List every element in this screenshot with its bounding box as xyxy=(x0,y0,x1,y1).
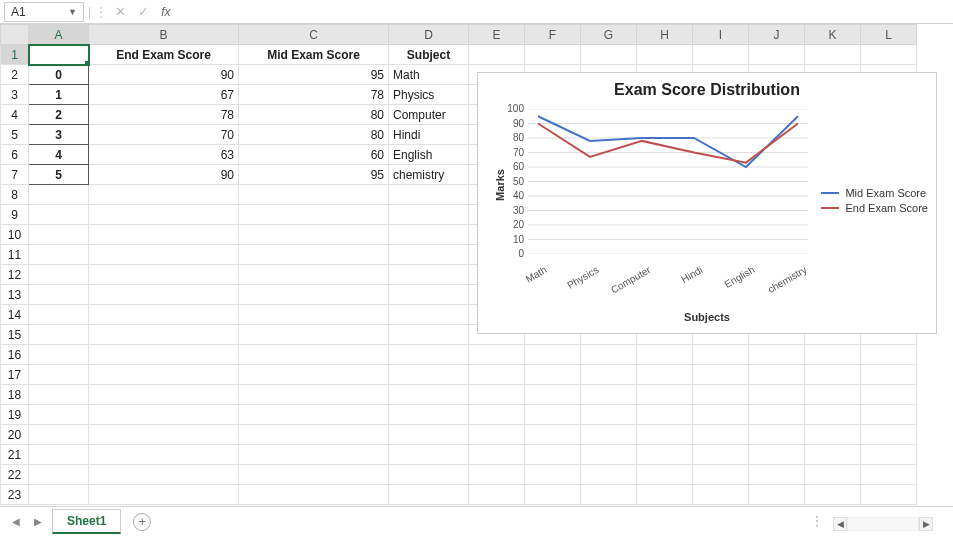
cell-E21[interactable] xyxy=(469,445,525,465)
cell-G18[interactable] xyxy=(581,385,637,405)
cell-L17[interactable] xyxy=(861,365,917,385)
cell-I23[interactable] xyxy=(693,485,749,505)
cell-J21[interactable] xyxy=(749,445,805,465)
cell-A14[interactable] xyxy=(29,305,89,325)
cell-C5[interactable]: 80 xyxy=(239,125,389,145)
name-box-dropdown-icon[interactable]: ▼ xyxy=(68,7,77,17)
cell-F19[interactable] xyxy=(525,405,581,425)
scroll-right-icon[interactable]: ▶ xyxy=(919,517,933,531)
row-header-8[interactable]: 8 xyxy=(1,185,29,205)
scroll-track[interactable] xyxy=(847,517,919,531)
cell-D2[interactable]: Math xyxy=(389,65,469,85)
name-box[interactable]: A1 ▼ xyxy=(4,2,84,22)
cell-B19[interactable] xyxy=(89,405,239,425)
cell-K22[interactable] xyxy=(805,465,861,485)
column-header-G[interactable]: G xyxy=(581,25,637,45)
cell-F20[interactable] xyxy=(525,425,581,445)
cell-K16[interactable] xyxy=(805,345,861,365)
cell-A20[interactable] xyxy=(29,425,89,445)
cell-C12[interactable] xyxy=(239,265,389,285)
cell-J1[interactable] xyxy=(749,45,805,65)
row-header-4[interactable]: 4 xyxy=(1,105,29,125)
cell-A2[interactable]: 0 xyxy=(29,65,89,85)
cell-B15[interactable] xyxy=(89,325,239,345)
cell-B9[interactable] xyxy=(89,205,239,225)
cell-J19[interactable] xyxy=(749,405,805,425)
column-header-E[interactable]: E xyxy=(469,25,525,45)
cell-A13[interactable] xyxy=(29,285,89,305)
cell-C4[interactable]: 80 xyxy=(239,105,389,125)
cell-A4[interactable]: 2 xyxy=(29,105,89,125)
cell-D22[interactable] xyxy=(389,465,469,485)
row-header-11[interactable]: 11 xyxy=(1,245,29,265)
row-header-14[interactable]: 14 xyxy=(1,305,29,325)
cell-G20[interactable] xyxy=(581,425,637,445)
cell-F17[interactable] xyxy=(525,365,581,385)
cell-D12[interactable] xyxy=(389,265,469,285)
tab-nav-right-icon[interactable]: ▶ xyxy=(30,516,46,527)
cell-E1[interactable] xyxy=(469,45,525,65)
cell-D1[interactable]: Subject xyxy=(389,45,469,65)
cell-B17[interactable] xyxy=(89,365,239,385)
cell-D21[interactable] xyxy=(389,445,469,465)
cell-L20[interactable] xyxy=(861,425,917,445)
cell-H16[interactable] xyxy=(637,345,693,365)
cell-J16[interactable] xyxy=(749,345,805,365)
cell-J17[interactable] xyxy=(749,365,805,385)
cell-C8[interactable] xyxy=(239,185,389,205)
select-all-corner[interactable] xyxy=(1,25,29,45)
cell-C19[interactable] xyxy=(239,405,389,425)
cell-A8[interactable] xyxy=(29,185,89,205)
add-sheet-button[interactable]: + xyxy=(133,513,151,531)
cell-C22[interactable] xyxy=(239,465,389,485)
cancel-icon[interactable]: ✕ xyxy=(111,4,130,19)
cell-B5[interactable]: 70 xyxy=(89,125,239,145)
cell-E23[interactable] xyxy=(469,485,525,505)
cell-A3[interactable]: 1 xyxy=(29,85,89,105)
row-header-16[interactable]: 16 xyxy=(1,345,29,365)
row-header-5[interactable]: 5 xyxy=(1,125,29,145)
cell-K20[interactable] xyxy=(805,425,861,445)
cell-I16[interactable] xyxy=(693,345,749,365)
cell-B11[interactable] xyxy=(89,245,239,265)
column-header-J[interactable]: J xyxy=(749,25,805,45)
cell-A17[interactable] xyxy=(29,365,89,385)
cell-A7[interactable]: 5 xyxy=(29,165,89,185)
cell-D16[interactable] xyxy=(389,345,469,365)
cell-G17[interactable] xyxy=(581,365,637,385)
cell-A10[interactable] xyxy=(29,225,89,245)
cell-D19[interactable] xyxy=(389,405,469,425)
horizontal-scrollbar[interactable]: ◀ ▶ xyxy=(833,517,933,531)
cell-L22[interactable] xyxy=(861,465,917,485)
cell-I1[interactable] xyxy=(693,45,749,65)
cell-L19[interactable] xyxy=(861,405,917,425)
row-header-2[interactable]: 2 xyxy=(1,65,29,85)
row-header-19[interactable]: 19 xyxy=(1,405,29,425)
cell-A19[interactable] xyxy=(29,405,89,425)
cell-H23[interactable] xyxy=(637,485,693,505)
cell-L21[interactable] xyxy=(861,445,917,465)
cell-D14[interactable] xyxy=(389,305,469,325)
cell-B22[interactable] xyxy=(89,465,239,485)
cell-C21[interactable] xyxy=(239,445,389,465)
cell-B3[interactable]: 67 xyxy=(89,85,239,105)
cell-B2[interactable]: 90 xyxy=(89,65,239,85)
cell-A23[interactable] xyxy=(29,485,89,505)
cell-C3[interactable]: 78 xyxy=(239,85,389,105)
cell-L1[interactable] xyxy=(861,45,917,65)
cell-K23[interactable] xyxy=(805,485,861,505)
cell-A6[interactable]: 4 xyxy=(29,145,89,165)
cell-C17[interactable] xyxy=(239,365,389,385)
row-header-3[interactable]: 3 xyxy=(1,85,29,105)
cell-F22[interactable] xyxy=(525,465,581,485)
cell-E22[interactable] xyxy=(469,465,525,485)
tab-options-icon[interactable]: ⋮ xyxy=(811,514,823,528)
cell-D6[interactable]: English xyxy=(389,145,469,165)
cell-C23[interactable] xyxy=(239,485,389,505)
cell-K18[interactable] xyxy=(805,385,861,405)
cell-F23[interactable] xyxy=(525,485,581,505)
column-header-F[interactable]: F xyxy=(525,25,581,45)
cell-I22[interactable] xyxy=(693,465,749,485)
cell-B18[interactable] xyxy=(89,385,239,405)
cell-D13[interactable] xyxy=(389,285,469,305)
